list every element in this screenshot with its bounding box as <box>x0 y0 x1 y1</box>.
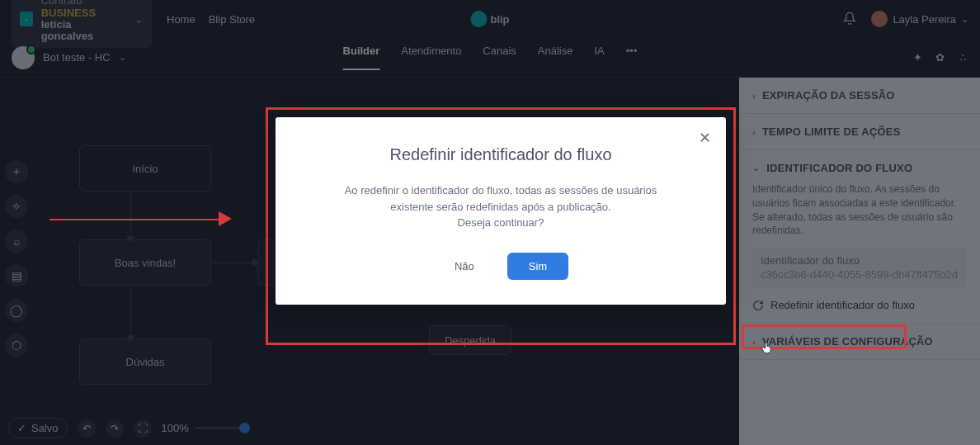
confirm-modal: ✕ Redefinir identificador do fluxo Ao re… <box>276 117 726 305</box>
modal-title: Redefinir identificador do fluxo <box>309 145 693 164</box>
annotation-arrow <box>49 211 239 228</box>
modal-body: Ao redefinir o identificador do fluxo, t… <box>336 182 666 231</box>
confirm-button[interactable]: Sim <box>507 253 568 280</box>
cancel-button[interactable]: Não <box>433 253 496 280</box>
cursor-hand-icon <box>760 338 775 357</box>
close-icon[interactable]: ✕ <box>699 129 711 147</box>
